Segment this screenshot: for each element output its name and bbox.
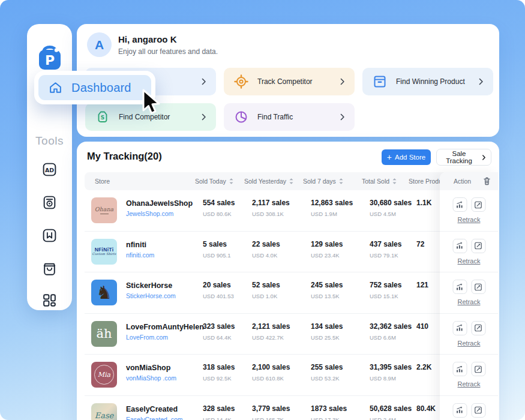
store-domain-link[interactable]: StickerHorse.com: [126, 292, 176, 299]
analytics-button[interactable]: [452, 280, 467, 294]
analytics-button[interactable]: [452, 362, 467, 376]
edit-button[interactable]: [471, 280, 485, 294]
store-table-body: Ohana OhanaJewelsShop JewelsShop.com 554…: [85, 190, 491, 420]
feature-card-track-competitor[interactable]: Track Competitor: [224, 68, 355, 95]
svg-text:P: P: [44, 53, 54, 68]
store-name: OhanaJewelsShop: [126, 199, 193, 208]
action-header-label: Action: [454, 178, 471, 185]
my-tracking-card: My Tracking(20) + Add Store Sale Trackin…: [77, 142, 499, 420]
trash-icon[interactable]: [482, 176, 491, 186]
sold-7days-cell: 134 salesUSD 25.5K: [311, 322, 343, 341]
action-column-panel: Action Retrack Retrack: [440, 172, 498, 420]
svg-text:S: S: [101, 115, 104, 121]
analytics-button[interactable]: [452, 403, 467, 418]
sort-icon[interactable]: [338, 178, 344, 185]
store-domain-link[interactable]: vonMiaShop .com: [126, 374, 176, 382]
sort-icon[interactable]: [289, 178, 294, 185]
store-products-cell: 72: [416, 240, 424, 248]
feature-card-find-winning-product[interactable]: Find Winning Product: [362, 68, 493, 95]
action-cell: Retrack: [440, 272, 498, 314]
store-name: vonMiaShop: [126, 364, 170, 372]
chevron-right-icon: [477, 78, 485, 86]
column-header-sold-yesterday[interactable]: Sold Yesterday: [244, 172, 294, 190]
retrack-link[interactable]: Retrack: [458, 257, 481, 265]
retrack-link[interactable]: Retrack: [458, 298, 481, 305]
column-header-sold-today[interactable]: Sold Today: [195, 172, 234, 190]
retrack-link[interactable]: Retrack: [458, 216, 481, 223]
analytics-button[interactable]: [452, 321, 467, 335]
analytics-button[interactable]: [452, 197, 467, 212]
my-tracking-title: My Tracking(20): [87, 151, 162, 162]
store-logo: Ohana: [91, 197, 117, 223]
store-products-cell: 1.1K: [416, 199, 431, 207]
store-name: StickerHorse: [126, 281, 172, 290]
add-store-button[interactable]: + Add Store: [382, 149, 431, 165]
action-cell: Retrack: [440, 190, 498, 232]
svg-text:AD: AD: [45, 166, 54, 173]
store-products-cell: 80.4K: [416, 404, 436, 413]
store-products-cell: 410: [416, 322, 428, 331]
sold-today-cell: 554 salesUSD 80.6K: [203, 199, 235, 217]
chevron-right-icon: [338, 78, 346, 86]
sidebar-item-dashboard[interactable]: Dashboard: [38, 75, 151, 100]
table-row[interactable]: Ohana OhanaJewelsShop JewelsShop.com 554…: [85, 190, 491, 232]
column-header-total-sold[interactable]: Total Sold: [362, 172, 397, 190]
edit-button[interactable]: [471, 321, 485, 335]
avatar[interactable]: A: [87, 32, 112, 57]
target-icon: [233, 74, 249, 89]
feature-card-label: Find Traffic: [257, 113, 293, 121]
sort-icon[interactable]: [392, 178, 397, 185]
edit-button[interactable]: [471, 239, 485, 253]
action-column-header: Action: [440, 172, 498, 190]
sold-yesterday-cell: 3,779 salesUSD 165.7K: [252, 404, 290, 420]
chevron-right-icon: [338, 113, 346, 121]
store-logo: äh: [91, 321, 117, 347]
edit-button[interactable]: [471, 362, 485, 376]
chevron-right-icon: [481, 154, 487, 161]
feature-card-label: Track Competitor: [257, 77, 313, 86]
sold-7days-cell: 1873 salesUSD 17.3K: [311, 404, 347, 420]
store-name: nfiniti: [126, 241, 146, 249]
sort-icon[interactable]: [229, 178, 234, 185]
ads-icon[interactable]: AD: [41, 161, 58, 178]
store-icon[interactable]: [41, 260, 58, 277]
table-row[interactable]: Ease EaselyCreated EaselyCreated .com 32…: [85, 396, 491, 420]
feature-card-label: Find Winning Product: [396, 77, 465, 86]
feature-card-find-traffic[interactable]: Find Traffic: [224, 103, 355, 131]
sold-yesterday-cell: 22 salesUSD 4.0K: [252, 240, 280, 259]
edit-button[interactable]: [471, 403, 485, 418]
sold-7days-cell: 129 salesUSD 23.4K: [311, 240, 343, 259]
store-products-cell: 2.2K: [416, 363, 431, 371]
column-header-sold-7-days[interactable]: Sold 7 days: [303, 172, 344, 190]
feature-card-find-competitor[interactable]: S Find Competitor: [85, 103, 216, 131]
bookmark-icon[interactable]: [41, 227, 58, 244]
greeting-subtitle: Enjoy all our features and data.: [118, 47, 218, 56]
store-domain-link[interactable]: EaselyCreated .com: [126, 416, 183, 420]
sold-yesterday-cell: 2,121 salesUSD 422.7K: [252, 322, 290, 341]
store-logo: Ease: [91, 403, 117, 420]
table-row[interactable]: äh LoveFromAuntyHelen LoveFrom.com 323 …: [85, 314, 491, 355]
apps-grid-icon[interactable]: [41, 292, 58, 308]
edit-button[interactable]: [471, 197, 485, 212]
retrack-link[interactable]: Retrack: [458, 340, 481, 347]
sold-7days-cell: 12,863 salesUSD 1.9M: [311, 199, 353, 217]
store-domain-link[interactable]: JewelsShop.com: [126, 210, 173, 217]
tracker-icon[interactable]: [41, 194, 58, 211]
store-name: EaselyCreated: [126, 405, 178, 413]
sold-yesterday-cell: 2,117 salesUSD 308.1K: [252, 199, 290, 217]
plus-icon: +: [387, 153, 392, 161]
store-domain-link[interactable]: LoveFrom.com: [126, 334, 168, 341]
table-row[interactable]: NFiNiTiCustom Shirts nfiniti nfiniti.com…: [85, 232, 491, 273]
analytics-button[interactable]: [452, 239, 467, 253]
column-header-store: Store: [95, 172, 110, 190]
table-row[interactable]: Mia vonMiaShop vonMiaShop .com 318 sales…: [85, 355, 491, 396]
chevron-right-icon: [200, 78, 208, 86]
store-domain-link[interactable]: nfiniti.com: [126, 251, 154, 259]
sale-tracking-button[interactable]: Sale Tracking: [436, 149, 491, 166]
retrack-link[interactable]: Retrack: [458, 380, 481, 388]
pie-icon: [233, 109, 249, 125]
table-row[interactable]: ♞ StickerHorse StickerHorse.com 20 sales…: [85, 272, 491, 314]
feature-card-label: Find Competitor: [119, 113, 170, 121]
sold-today-cell: 328 salesUSD 14.4K: [203, 404, 235, 420]
action-cell: Retrack: [440, 355, 498, 396]
